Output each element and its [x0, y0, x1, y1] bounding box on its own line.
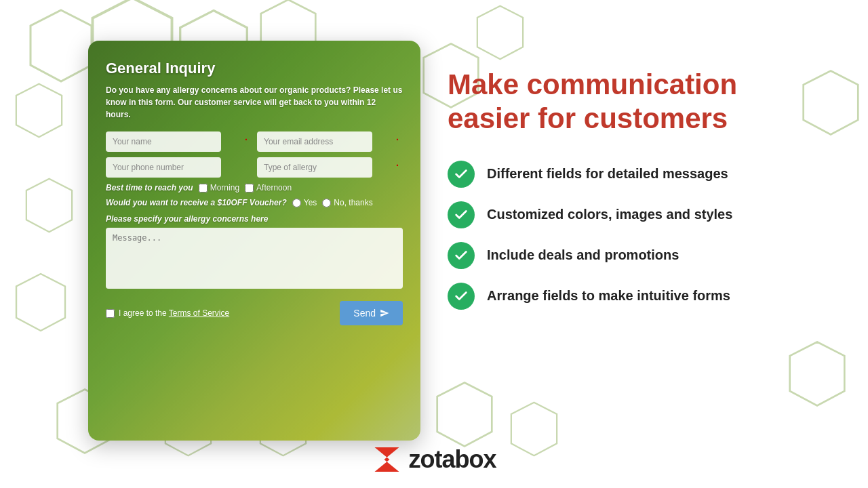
- tos-checkbox[interactable]: [106, 309, 115, 318]
- check-icon-2: [454, 207, 469, 222]
- send-label: Send: [353, 308, 376, 319]
- email-input[interactable]: [257, 131, 372, 152]
- feature-item-1: Different fields for detailed messages: [448, 161, 827, 188]
- name-email-row: · ·: [106, 131, 403, 152]
- message-textarea[interactable]: [106, 228, 403, 289]
- send-button[interactable]: Send: [340, 301, 403, 325]
- email-required-indicator: ·: [396, 134, 399, 145]
- tos-row: I agree to the Terms of Service: [106, 308, 229, 318]
- feature-text-2: Customized colors, images and styles: [487, 207, 732, 222]
- send-icon: [380, 308, 389, 318]
- allergy-type-input[interactable]: [257, 157, 372, 178]
- afternoon-checkbox-item: Afternoon: [245, 183, 292, 192]
- svg-marker-5: [26, 179, 72, 232]
- main-headline: Make communication easier for customers: [448, 68, 827, 136]
- check-circle-4: [448, 283, 475, 310]
- tos-label: I agree to the Terms of Service: [119, 308, 229, 318]
- best-time-row: Best time to reach you Morning Afternoon: [106, 183, 403, 192]
- svg-marker-4: [16, 84, 62, 138]
- form-content: General Inquiry Do you have any allergy …: [88, 41, 420, 441]
- right-panel: Make communication easier for customers …: [448, 68, 827, 310]
- check-icon-1: [454, 167, 469, 182]
- svg-marker-15: [790, 342, 845, 405]
- feature-item-2: Customized colors, images and styles: [448, 201, 827, 228]
- feature-list: Different fields for detailed messages C…: [448, 161, 827, 310]
- afternoon-checkbox[interactable]: [245, 184, 254, 192]
- form-footer: I agree to the Terms of Service Send: [106, 301, 403, 325]
- phone-input-wrapper: [106, 157, 252, 178]
- svg-marker-13: [511, 403, 557, 456]
- morning-checkbox[interactable]: [199, 184, 208, 192]
- name-input-wrapper: ·: [106, 131, 252, 152]
- no-thanks-radio-item: No, thanks: [322, 198, 372, 207]
- email-input-wrapper: ·: [257, 131, 403, 152]
- logo-text: zotabox: [408, 445, 496, 474]
- tos-link[interactable]: Terms of Service: [169, 308, 229, 318]
- svg-marker-0: [31, 10, 92, 81]
- check-circle-1: [448, 161, 475, 188]
- no-thanks-label: No, thanks: [334, 198, 372, 207]
- morning-checkbox-item: Morning: [199, 183, 239, 192]
- check-icon-4: [454, 289, 469, 304]
- check-icon-3: [454, 248, 469, 263]
- zotabox-logo-icon: [372, 445, 401, 474]
- name-required-indicator: ·: [245, 134, 248, 145]
- allergy-required-indicator: ·: [396, 160, 399, 171]
- no-thanks-radio[interactable]: [322, 199, 331, 207]
- feature-text-3: Include deals and promotions: [487, 247, 679, 263]
- check-circle-2: [448, 201, 475, 228]
- feature-text-4: Arrange fields to make intuitive forms: [487, 288, 730, 304]
- allergy-section-label: Please specify your allergy concerns her…: [106, 214, 403, 224]
- logo-area: zotabox: [372, 445, 496, 474]
- svg-marker-12: [437, 382, 492, 446]
- svg-marker-16: [374, 447, 399, 472]
- allergy-type-input-wrapper: ·: [257, 157, 403, 178]
- form-title: General Inquiry: [106, 60, 403, 77]
- feature-text-1: Different fields for detailed messages: [487, 166, 728, 182]
- feature-item-3: Include deals and promotions: [448, 242, 827, 269]
- feature-item-4: Arrange fields to make intuitive forms: [448, 283, 827, 310]
- name-input[interactable]: [106, 131, 221, 152]
- form-card: General Inquiry Do you have any allergy …: [88, 41, 420, 441]
- yes-label: Yes: [304, 198, 317, 207]
- voucher-label: Would you want to receive a $10OFF Vouch…: [106, 198, 287, 207]
- phone-allergy-row: ·: [106, 157, 403, 178]
- best-time-label: Best time to reach you: [106, 183, 193, 192]
- svg-marker-11: [477, 6, 523, 60]
- phone-input[interactable]: [106, 157, 221, 178]
- yes-radio[interactable]: [292, 199, 301, 207]
- yes-radio-item: Yes: [292, 198, 317, 207]
- afternoon-label: Afternoon: [256, 183, 292, 192]
- headline-line2: easier for customers: [448, 102, 728, 134]
- voucher-row: Would you want to receive a $10OFF Vouch…: [106, 198, 403, 207]
- headline-line1: Make communication: [448, 68, 737, 100]
- check-circle-3: [448, 242, 475, 269]
- form-description: Do you have any allergy concerns about o…: [106, 84, 403, 121]
- svg-marker-6: [16, 274, 65, 331]
- morning-label: Morning: [210, 183, 239, 192]
